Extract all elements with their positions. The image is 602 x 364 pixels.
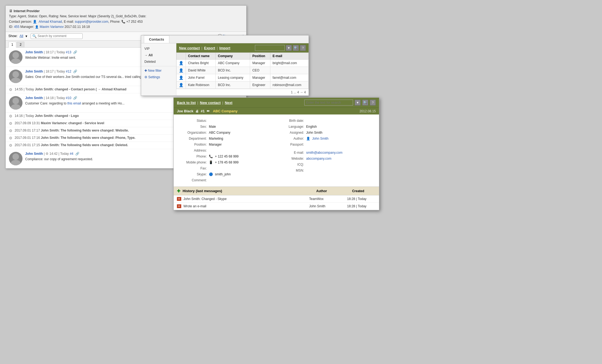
comment-author[interactable]: John Smith <box>25 50 43 54</box>
filter-all[interactable]: → All <box>141 52 176 58</box>
svg-point-2 <box>12 71 19 78</box>
contact-person-link[interactable]: Ahmad Khamad <box>39 20 62 24</box>
system-event-text: 14:16 | Today John Smith: changed - Logo <box>15 114 79 118</box>
history-text: ✉ Wrote an e-mail <box>174 203 306 210</box>
contact-email: robinson@mail.com <box>270 81 308 89</box>
gear-icon: ⚙ <box>9 121 12 126</box>
author-icon: 👤 <box>306 137 310 140</box>
contact-icon: 👤 <box>179 61 183 65</box>
comment-num[interactable]: #13 <box>66 50 71 54</box>
contact-position: Manager <box>250 74 270 81</box>
detail-toolbar: Back to list | New contact | Next ▼ 🔍 ? <box>174 98 379 107</box>
field-language: Language: English <box>276 124 374 130</box>
contacts-tab[interactable]: Contacts <box>144 35 169 43</box>
detail-filter-icon[interactable]: ▼ <box>355 100 361 106</box>
field-icq: ICQ: <box>276 162 374 168</box>
settings-button[interactable]: ⚙ Settings <box>141 74 176 80</box>
field-skype: Skype: 🔵 smith_john <box>179 171 276 177</box>
comment-num[interactable]: #12 <box>66 70 71 73</box>
search-icon-btn[interactable]: 🔍 <box>293 45 299 51</box>
email-link[interactable]: support@iprovider.com <box>75 20 108 24</box>
comment-search-box: 🔍 <box>31 33 83 39</box>
history-row: ✉ Wrote an e-mail John Smith 18:28 | Tod… <box>174 203 379 210</box>
website-link[interactable]: abccompany.com <box>306 157 331 160</box>
filter-vip[interactable]: VIP <box>141 45 176 52</box>
detail-search-input[interactable] <box>304 100 353 106</box>
next-button[interactable]: Next <box>225 101 232 105</box>
detail-help-icon[interactable]: ? <box>370 100 376 106</box>
contact-row[interactable]: 👤 David White BCD Inc. CEO <box>177 67 309 74</box>
ticket-meta: Type: Agent, Status: Open, Rating: New, … <box>9 14 243 19</box>
contacts-table-area: New contact | Export | Import ▼ 🔍 ? Cont… <box>176 43 309 96</box>
gear-icon: ⚙ <box>9 114 12 118</box>
msg-icon: ✉ <box>177 204 181 208</box>
export-button[interactable]: Export <box>204 46 215 50</box>
comment-num[interactable]: #10 <box>66 96 71 100</box>
manager-link[interactable]: Maxim Varlamov <box>40 25 63 29</box>
contact-company: Leasing company <box>216 74 250 81</box>
contact-row[interactable]: 👤 Kate Robinson BCD Inc. Engineer robins… <box>177 81 309 89</box>
svg-point-3 <box>11 78 21 83</box>
author-link[interactable]: John Smith <box>312 137 328 140</box>
help-icon-btn[interactable]: ? <box>300 45 306 51</box>
detail-search-icon[interactable]: 🔍 <box>362 100 368 106</box>
copy-icon: 🔗 <box>73 96 77 100</box>
system-event-text: 2017.09.01 17:17 John Smith: The followi… <box>15 129 129 132</box>
contact-name[interactable]: Charles Bright <box>186 60 216 67</box>
ticket-id[interactable]: 455 <box>14 25 20 29</box>
svg-point-7 <box>11 160 21 165</box>
contact-id: Joe Black 🖨 #1 ✏ ABC Company <box>177 109 238 113</box>
contact-company: BCD Inc. <box>216 81 250 89</box>
new-filter-button[interactable]: ✚ New filter <box>141 67 176 74</box>
contact-icon: 👤 <box>179 76 183 80</box>
contacts-pagination: 1 ... 4 → 4 <box>176 89 309 96</box>
comment-num[interactable]: #4 <box>70 152 73 156</box>
contacts-search-input[interactable] <box>255 45 285 51</box>
col-icon[interactable] <box>177 53 186 60</box>
history-row: ✉ John Smith: Changed - Skype TeamWox 18… <box>174 195 379 203</box>
filter-icon-btn[interactable]: ▼ <box>286 45 292 51</box>
contact-num: #1 <box>201 109 205 113</box>
import-button[interactable]: Import <box>219 46 230 50</box>
new-contact-detail-button[interactable]: New contact <box>200 101 221 105</box>
field-status: Status: <box>179 118 276 124</box>
filter-deleted[interactable]: Deleted <box>141 58 176 65</box>
contact-name[interactable]: David White <box>186 67 216 74</box>
field-mobile: Mobile phone: 📱 + 178 45 68 999 <box>179 159 276 165</box>
email-link[interactable]: this email <box>67 101 81 105</box>
contact-name[interactable]: John Farrel <box>186 74 216 81</box>
comment-author[interactable]: John Smith <box>25 96 43 100</box>
comment-author[interactable]: John Smith <box>25 70 43 73</box>
detail-header: Joe Black 🖨 #1 ✏ ABC Company 2012.08.15 <box>174 107 379 114</box>
field-fax: Fax: <box>179 165 276 171</box>
history-created: 18:28 | Today <box>344 203 379 210</box>
col-position[interactable]: Position <box>250 53 270 60</box>
detail-right-col: Birth date: Language: English Assigned: … <box>276 118 374 183</box>
new-contact-button[interactable]: New contact <box>179 46 200 50</box>
field-website: Website: abccompany.com <box>276 156 374 162</box>
contact-row[interactable]: 👤 John Farrel Leasing company Manager fa… <box>177 74 309 81</box>
phone-icon: 📞 <box>209 155 213 158</box>
svg-point-5 <box>11 104 21 110</box>
history-add-button[interactable]: ✚ <box>177 188 180 194</box>
back-to-list-button[interactable]: Back to list <box>177 101 196 105</box>
col-email[interactable]: E-mail <box>270 53 308 60</box>
comment-search-input[interactable] <box>38 34 81 38</box>
comment-time2: 14:42 | Today <box>49 152 70 156</box>
tab-2[interactable]: 2 <box>17 42 25 47</box>
plus-icon: ✚ <box>144 69 147 73</box>
comment-author[interactable]: John Smith <box>25 152 43 156</box>
email-detail-link[interactable]: smith@abccompany.com <box>306 151 342 155</box>
show-select[interactable]: All <box>20 34 23 38</box>
phone-label: Phone: <box>110 20 120 24</box>
contact-date: 2012.08.15 <box>360 109 376 113</box>
history-created: 18:28 | Today <box>344 195 379 202</box>
search-icon: 🔍 <box>32 34 37 38</box>
contact-name[interactable]: Kate Robinson <box>186 81 216 89</box>
separator: | <box>197 101 198 105</box>
col-contact-name[interactable]: Contact name <box>186 53 216 60</box>
col-company[interactable]: Company <box>216 53 250 60</box>
email-label: E-mail: <box>64 20 74 24</box>
contact-row[interactable]: 👤 Charles Bright ABC Company Manager bri… <box>177 60 309 67</box>
tab-1[interactable]: 1 <box>8 42 16 48</box>
